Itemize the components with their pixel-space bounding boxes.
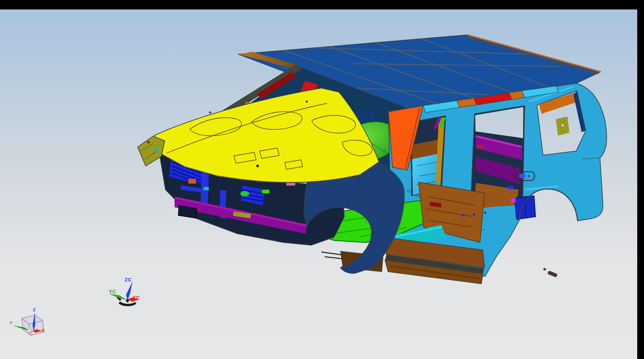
wcs-x-label: XC <box>133 295 140 300</box>
graphics-canvas[interactable]: ZC YC XC Z Y X <box>0 0 644 359</box>
board-bracket-rod <box>321 252 341 255</box>
wcs-rotate-handle[interactable] <box>119 302 136 305</box>
wcs-y-label: YC <box>109 289 116 294</box>
hood-latch-dot <box>256 165 259 167</box>
clip-cyan-bit <box>203 187 209 190</box>
blue-bit <box>508 186 513 189</box>
bracket-hole <box>562 124 564 126</box>
door-handle-dot <box>528 175 530 177</box>
cad-application-window: ZC YC XC Z Y X <box>0 0 644 359</box>
wcs-triad[interactable]: ZC YC XC <box>109 277 140 305</box>
datum-csys[interactable]: Z Y X <box>9 307 45 335</box>
datum-x-label: X <box>42 328 45 333</box>
tip-teal-bit <box>155 148 159 151</box>
door-handle-latch <box>519 174 525 178</box>
hood-hole <box>306 101 308 103</box>
datum-y-label: Y <box>9 320 13 325</box>
clip-green-bit <box>262 190 269 193</box>
hood-hole <box>209 111 211 113</box>
datum-origin-ball[interactable] <box>28 329 33 334</box>
body-plug <box>462 214 465 217</box>
right-edge-bar <box>637 0 644 359</box>
ground-debris <box>543 268 558 277</box>
clip-green-oval <box>240 191 249 196</box>
datum-z-label: Z <box>33 307 36 312</box>
top-bar <box>0 0 644 9</box>
body-plug <box>473 213 475 216</box>
body-plug <box>484 212 487 214</box>
car-body-model[interactable] <box>138 35 607 284</box>
red-bit <box>477 145 483 148</box>
clip-orange-bit <box>188 179 196 184</box>
graphics-viewport[interactable]: ZC YC XC Z Y X <box>0 0 644 359</box>
wcs-origin-ball[interactable] <box>126 299 129 302</box>
tip-red-dot <box>147 141 150 144</box>
wcs-z-label: ZC <box>125 277 132 282</box>
board-bracket-rod <box>325 257 342 259</box>
